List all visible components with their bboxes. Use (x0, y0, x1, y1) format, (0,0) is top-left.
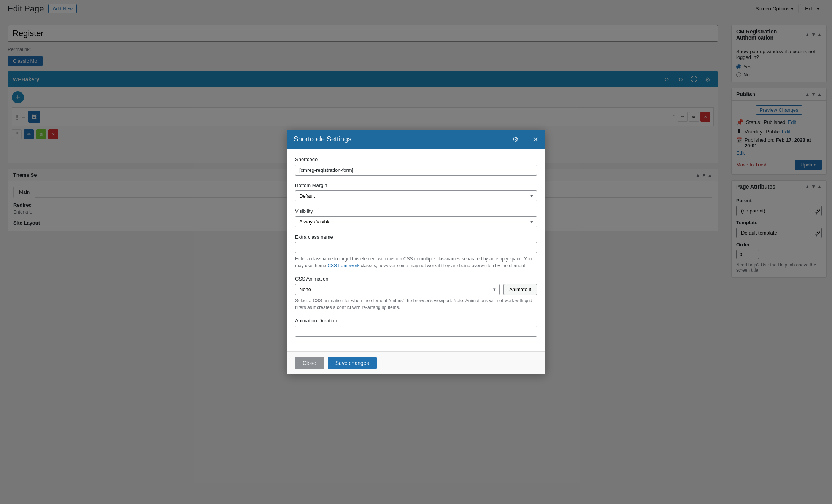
animation-duration-input[interactable] (295, 326, 537, 337)
modal-overlay: Shortcode Settings ⚙ _ ✕ Shortcode Botto… (0, 0, 832, 504)
bottom-margin-section: Bottom Margin DefaultNoneSmallMediumLarg… (295, 182, 537, 201)
modal-close-footer-button[interactable]: Close (295, 357, 324, 369)
modal-minimize-button[interactable]: _ (524, 135, 527, 143)
modal-body: Shortcode Bottom Margin DefaultNoneSmall… (287, 149, 545, 351)
visibility-select[interactable]: Always VisibleHiddenVisible on DesktopVi… (295, 216, 537, 227)
bottom-margin-select-wrapper: DefaultNoneSmallMediumLarge ▾ (295, 190, 537, 201)
extra-class-hint: Enter a classname to target this element… (295, 255, 537, 269)
modal-close-button[interactable]: ✕ (533, 135, 538, 144)
modal-title: Shortcode Settings (294, 135, 351, 143)
visibility-section: Visibility Always VisibleHiddenVisible o… (295, 208, 537, 227)
modal-save-button[interactable]: Save changes (328, 357, 377, 369)
shortcode-settings-modal: Shortcode Settings ⚙ _ ✕ Shortcode Botto… (287, 130, 545, 374)
animate-it-button[interactable]: Animate it (503, 284, 537, 295)
visibility-field-label: Visibility (295, 208, 537, 214)
css-animation-section: CSS Animation NoneTop to bottomBottom to… (295, 276, 537, 311)
css-animation-hint: Select a CSS animation for when the elem… (295, 297, 537, 311)
extra-class-label: Extra class name (295, 234, 537, 240)
animation-duration-section: Animation Duration (295, 318, 537, 337)
modal-header-controls: ⚙ _ ✕ (512, 135, 538, 144)
css-animation-select[interactable]: NoneTop to bottomBottom to topLeft to ri… (295, 284, 500, 295)
bottom-margin-label: Bottom Margin (295, 182, 537, 188)
visibility-select-wrapper: Always VisibleHiddenVisible on DesktopVi… (295, 216, 537, 227)
extra-class-section: Extra class name Enter a classname to ta… (295, 234, 537, 269)
css-animation-label: CSS Animation (295, 276, 537, 282)
css-animation-row: NoneTop to bottomBottom to topLeft to ri… (295, 284, 537, 295)
css-animation-select-wrapper: NoneTop to bottomBottom to topLeft to ri… (295, 284, 500, 295)
extra-class-input[interactable] (295, 242, 537, 253)
modal-header: Shortcode Settings ⚙ _ ✕ (287, 130, 545, 149)
modal-settings-button[interactable]: ⚙ (512, 135, 518, 144)
shortcode-label: Shortcode (295, 157, 537, 162)
shortcode-input[interactable] (295, 165, 537, 176)
modal-footer: Close Save changes (287, 351, 545, 374)
animation-duration-label: Animation Duration (295, 318, 537, 323)
shortcode-section: Shortcode (295, 157, 537, 176)
css-framework-link[interactable]: CSS framework (327, 263, 359, 268)
bottom-margin-select[interactable]: DefaultNoneSmallMediumLarge (295, 190, 537, 201)
